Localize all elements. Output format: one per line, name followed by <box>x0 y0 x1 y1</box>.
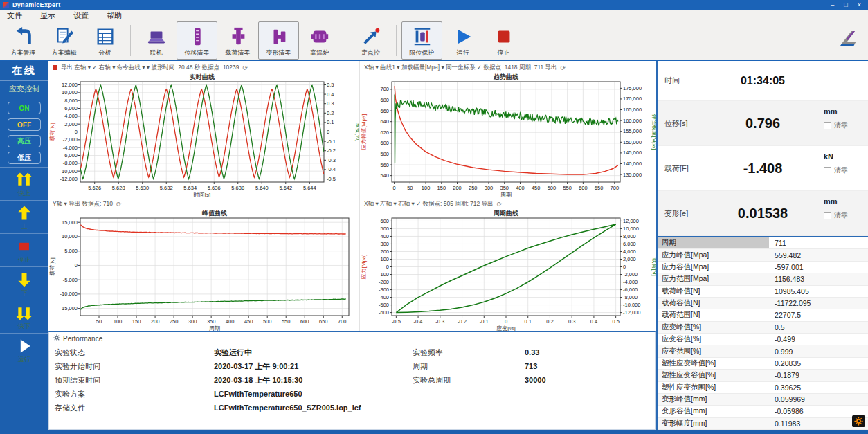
status-label: 存储文件 <box>55 401 214 415</box>
power-button-on[interactable]: ON <box>8 102 41 114</box>
refresh-icon[interactable]: ⟳ <box>116 201 122 208</box>
row-value: 0.5 <box>769 322 785 333</box>
table-row[interactable]: 周期711 <box>658 237 868 249</box>
svg-text:580: 580 <box>380 151 389 157</box>
zero-checkbox[interactable] <box>824 122 831 129</box>
refresh-icon[interactable]: ⟳ <box>243 64 248 71</box>
table-row[interactable]: 变形幅度[mm]0.11983 <box>658 418 868 430</box>
x-axis-label: 时间[s] <box>194 192 210 197</box>
table-row[interactable]: 载荷谷值[N]-11722.095 <box>658 298 868 309</box>
svg-text:-0.3: -0.3 <box>327 157 336 163</box>
row-label: 变形幅度[mm] <box>658 418 769 429</box>
jog-button-fast-up[interactable]: 快上 <box>0 167 48 200</box>
svg-text:500: 500 <box>380 226 389 232</box>
table-row[interactable]: 载荷峰值[N]10985.405 <box>658 286 868 298</box>
table-row[interactable]: 塑性应变谷值[%]-0.1879 <box>658 370 868 381</box>
svg-text:300: 300 <box>485 185 494 191</box>
svg-text:640: 640 <box>380 118 389 125</box>
maximize-button[interactable]: □ <box>844 0 847 10</box>
zero-checkbox[interactable] <box>824 212 831 219</box>
chart-toolbar-text[interactable]: X轴 ▾ 曲线1 ▾ 加载幅量[Mpa] ▾ 同一坐标系 ✓ 数据点: 1418… <box>364 64 557 72</box>
refresh-icon[interactable]: ⟳ <box>497 201 503 208</box>
svg-text:5,632: 5,632 <box>160 185 173 191</box>
table-row[interactable]: 应力谷值[Mpa]-597.001 <box>658 262 868 273</box>
chart-title: 周期曲线 <box>493 210 518 217</box>
toolbar-button-load-zero[interactable]: 载荷清零 <box>217 21 258 60</box>
row-label: 周期 <box>658 237 769 248</box>
svg-text:-0.4: -0.4 <box>327 166 336 172</box>
limit-protect-icon <box>412 25 433 48</box>
row-value: 559.482 <box>769 249 801 260</box>
jog-button-jog-stop[interactable]: 停止 <box>0 233 48 266</box>
table-row[interactable]: 变形峰值[mm]0.059969 <box>658 394 868 406</box>
jog-button-up[interactable]: 上 <box>0 200 48 233</box>
toolbar-button-label: 位移清零 <box>185 48 210 57</box>
jog-button-play[interactable]: 运行 <box>0 333 48 366</box>
table-row[interactable]: 应变谷值[%]-0.499 <box>658 334 868 345</box>
toolbar-button-connect[interactable]: 联机 <box>136 21 177 60</box>
svg-text:-0.3: -0.3 <box>435 318 444 325</box>
svg-text:-8,000: -8,000 <box>623 294 638 300</box>
toolbar-button-limit-protect[interactable]: 限位保护 <box>401 21 442 60</box>
toolbar-button-deform-zero[interactable]: 变形清零 <box>258 21 299 60</box>
menu-item-4[interactable]: 帮助 <box>107 10 122 21</box>
chart-toolbar: X轴 ▾ 左轴 ▾ 右轴 ▾ ✓ 数据点: 505 周期: 712 导出⟳ <box>360 197 656 209</box>
point-control-icon <box>361 25 381 48</box>
toolbar-button-point-control[interactable]: 定点控 <box>350 21 391 60</box>
toolbar-button-scheme-edit[interactable]: 方案编辑 <box>44 21 84 60</box>
table-row[interactable]: 塑性应变范围[%]0.39625 <box>658 382 868 394</box>
svg-text:150: 150 <box>132 318 141 325</box>
toolbar-button-stop[interactable]: 停止 <box>483 21 524 60</box>
menu-item-1[interactable]: 文件 <box>7 10 22 21</box>
menu-item-2[interactable]: 显示 <box>40 10 55 21</box>
svg-text:6,000: 6,000 <box>64 105 78 111</box>
table-row[interactable]: 塑性应变峰值[%]0.20835 <box>658 358 868 370</box>
toolbar-button-label: 分析 <box>99 48 111 57</box>
table-row[interactable]: 载荷范围[N]22707.5 <box>658 309 868 321</box>
table-row[interactable]: 应变峰值[%]0.5 <box>658 322 868 334</box>
svg-text:550: 550 <box>282 318 291 325</box>
svg-text:500: 500 <box>263 318 272 325</box>
status-row: 实验状态实验运行中 <box>55 345 361 359</box>
minimize-button[interactable]: – <box>831 0 834 10</box>
table-row[interactable]: 变形谷值[mm]-0.05986 <box>658 406 868 417</box>
jog-button-down[interactable]: 下 <box>0 266 48 300</box>
svg-text:660: 660 <box>380 108 389 114</box>
reading-row-3: 载荷[F]-1.408kN清零 <box>658 146 868 191</box>
settings-gear-button[interactable] <box>852 415 865 427</box>
zero-checkbox[interactable] <box>824 167 831 174</box>
row-value: -597.001 <box>769 262 803 273</box>
furnace-icon <box>309 25 330 48</box>
table-row[interactable]: 应力峰值[Mpa]559.482 <box>658 249 868 261</box>
svg-text:620: 620 <box>380 129 389 136</box>
power-button-低压[interactable]: 低压 <box>8 152 41 164</box>
table-row[interactable]: 应力范围[Mpa]1156.483 <box>658 273 868 285</box>
refresh-icon[interactable]: ⟳ <box>561 64 566 71</box>
toolbar-button-analysis[interactable]: 分析 <box>84 21 125 60</box>
chart-toolbar-text[interactable]: Y轴 ▾ 导出 数据点: 710 <box>53 200 113 208</box>
toolbar-button-furnace[interactable]: 高温炉 <box>299 21 340 60</box>
status-label: 实验方案 <box>55 387 214 401</box>
chart-panel-4: X轴 ▾ 左轴 ▾ 右轴 ▾ ✓ 数据点: 505 周期: 712 导出⟳-0.… <box>360 197 656 331</box>
sidebar: 在线 应变控制 ONOFF高压低压 快上上停止下快下运行 <box>0 61 48 430</box>
table-row[interactable]: 应变范围[%]0.999 <box>658 345 868 357</box>
jog-button-fast-down[interactable]: 快下 <box>0 300 48 333</box>
toolbar-button-label: 联机 <box>150 48 163 57</box>
power-button-off[interactable]: OFF <box>8 118 41 131</box>
power-button-高压[interactable]: 高压 <box>8 135 41 147</box>
svg-text:540: 540 <box>380 172 389 179</box>
chart-toolbar-text[interactable]: 导出 左轴 ▾ ✓ 右轴 ▾ 命令曲线 ▾ ▾ 波形时间: 20.48 秒 数据… <box>61 64 239 72</box>
svg-text:250: 250 <box>469 185 478 191</box>
toolbar-button-run[interactable]: 运行 <box>442 21 483 60</box>
toolbar-button-displacement-zero[interactable]: 位移清零 <box>177 21 217 60</box>
toolbar-button-label: 运行 <box>457 48 469 57</box>
menu-item-3[interactable]: 设置 <box>73 10 89 21</box>
svg-text:-0.2: -0.2 <box>458 318 467 325</box>
svg-text:600: 600 <box>380 140 389 146</box>
reading-row-1: 时间01:34:05 <box>658 61 868 101</box>
svg-text:140,000: 140,000 <box>623 161 642 167</box>
toolbar-button-scheme-manage[interactable]: 方案管理 <box>3 21 44 60</box>
fast-up-icon <box>0 171 48 189</box>
close-button[interactable]: × <box>858 0 861 10</box>
chart-toolbar-text[interactable]: X轴 ▾ 左轴 ▾ 右轴 ▾ ✓ 数据点: 505 周期: 712 导出 <box>364 200 494 208</box>
